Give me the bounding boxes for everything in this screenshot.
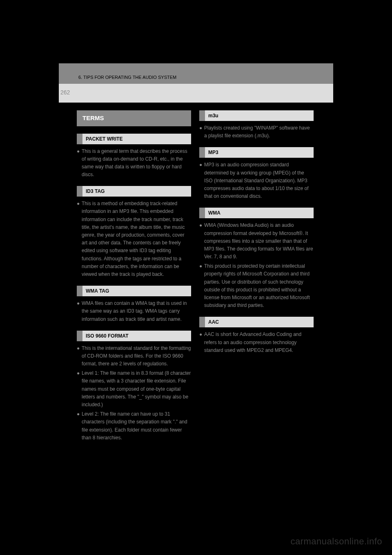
label-accent-bar bbox=[199, 317, 205, 327]
bullet-marker: ● bbox=[199, 331, 204, 354]
term-body: ● WMA files can contain a WMA tag that i… bbox=[77, 300, 191, 323]
bullet-text: WMA files can contain a WMA tag that is … bbox=[82, 300, 191, 323]
bullet-marker: ● bbox=[199, 222, 204, 261]
bullet-item: ● Level 1: The file name is in 8.3 forma… bbox=[77, 369, 191, 409]
term-body: ● This is the international standard for… bbox=[77, 345, 191, 442]
bullet-marker: ● bbox=[77, 345, 82, 368]
bullet-marker: ● bbox=[199, 124, 204, 140]
bullet-item: ● WMA (Windows Media Audio) is an audio … bbox=[199, 222, 314, 261]
bullet-marker: ● bbox=[77, 369, 82, 409]
bullet-text: WMA (Windows Media Audio) is an audio co… bbox=[204, 222, 314, 261]
term-label-text: WMA bbox=[205, 208, 314, 218]
bullet-item: ● Level 2: The file name can have up to … bbox=[77, 410, 191, 442]
term-body: ● WMA (Windows Media Audio) is an audio … bbox=[199, 222, 314, 309]
label-accent-bar bbox=[77, 286, 82, 296]
label-accent-bar bbox=[77, 134, 82, 144]
section-header-bar: 6. TIPS FOR OPERATING THE AUDIO SYSTEM bbox=[59, 63, 333, 84]
term-label-mp3: MP3 bbox=[199, 147, 314, 158]
label-accent-bar bbox=[77, 331, 82, 341]
bullet-item: ● WMA files can contain a WMA tag that i… bbox=[77, 300, 191, 323]
term-label-wma: WMA bbox=[199, 208, 314, 218]
bullet-marker: ● bbox=[77, 410, 82, 442]
bullet-text: This product is protected by certain int… bbox=[204, 262, 314, 309]
label-accent-bar bbox=[199, 208, 205, 218]
term-label-m3u: m3u bbox=[199, 110, 314, 121]
left-column: TERMS PACKET WRITE ● This is a general t… bbox=[77, 110, 191, 449]
sub-header-bar bbox=[59, 84, 333, 103]
content-area: TERMS PACKET WRITE ● This is a general t… bbox=[77, 110, 314, 449]
bullet-marker: ● bbox=[77, 148, 82, 179]
term-body: ● This is a general term that describes … bbox=[77, 148, 191, 179]
term-label-packet-write: PACKET WRITE bbox=[77, 134, 191, 144]
bullet-text: MP3 is an audio compression standard det… bbox=[204, 161, 314, 200]
term-label-text: ID3 TAG bbox=[82, 186, 191, 197]
label-accent-bar bbox=[199, 110, 205, 121]
page-number: 262 bbox=[60, 89, 70, 96]
term-label-text: ISO 9660 FORMAT bbox=[82, 331, 191, 341]
bullet-item: ● MP3 is an audio compression standard d… bbox=[199, 161, 314, 200]
bullet-marker: ● bbox=[77, 200, 82, 278]
bullet-item: ● This is the international standard for… bbox=[77, 345, 191, 368]
bullet-text: Level 1: The file name is in 8.3 format … bbox=[82, 369, 191, 409]
bullet-item: ● This is a method of embedding track-re… bbox=[77, 200, 191, 278]
bullet-text: This is the international standard for t… bbox=[82, 345, 191, 368]
bullet-item: ● AAC is short for Advanced Audio Coding… bbox=[199, 331, 314, 354]
right-column: m3u ● Playlists created using "WINAMP" s… bbox=[199, 110, 314, 449]
terms-heading: TERMS bbox=[77, 110, 191, 126]
bullet-item: ● This product is protected by certain i… bbox=[199, 262, 314, 309]
bullet-text: AAC is short for Advanced Audio Coding a… bbox=[204, 331, 314, 354]
term-label-aac: AAC bbox=[199, 317, 314, 327]
label-accent-bar bbox=[199, 147, 205, 158]
bullet-text: This is a method of embedding track-rela… bbox=[82, 200, 191, 278]
bullet-text: Level 2: The file name can have up to 31… bbox=[82, 410, 191, 442]
bullet-marker: ● bbox=[77, 300, 82, 323]
term-label-wma-tag: WMA TAG bbox=[77, 286, 191, 296]
bullet-marker: ● bbox=[199, 262, 204, 309]
page: 6. TIPS FOR OPERATING THE AUDIO SYSTEM 2… bbox=[0, 0, 392, 555]
term-label-text: PACKET WRITE bbox=[82, 134, 191, 144]
label-accent-bar bbox=[77, 186, 82, 197]
bullet-item: ● This is a general term that describes … bbox=[77, 148, 191, 179]
bullet-text: Playlists created using "WINAMP" softwar… bbox=[204, 124, 314, 140]
term-label-text: WMA TAG bbox=[82, 286, 191, 296]
term-body: ● MP3 is an audio compression standard d… bbox=[199, 161, 314, 200]
term-body: ● This is a method of embedding track-re… bbox=[77, 200, 191, 278]
watermark: carmanualsonline.info bbox=[290, 536, 382, 547]
term-label-iso9660: ISO 9660 FORMAT bbox=[77, 331, 191, 341]
term-label-id3-tag: ID3 TAG bbox=[77, 186, 191, 197]
term-label-text: m3u bbox=[205, 110, 314, 121]
bullet-text: This is a general term that describes th… bbox=[82, 148, 191, 179]
bullet-item: ● Playlists created using "WINAMP" softw… bbox=[199, 124, 314, 140]
term-label-text: MP3 bbox=[205, 147, 314, 158]
term-body: ● AAC is short for Advanced Audio Coding… bbox=[199, 331, 314, 354]
bullet-marker: ● bbox=[199, 161, 204, 200]
section-title: 6. TIPS FOR OPERATING THE AUDIO SYSTEM bbox=[78, 75, 176, 80]
term-label-text: AAC bbox=[205, 317, 314, 327]
term-body: ● Playlists created using "WINAMP" softw… bbox=[199, 124, 314, 140]
